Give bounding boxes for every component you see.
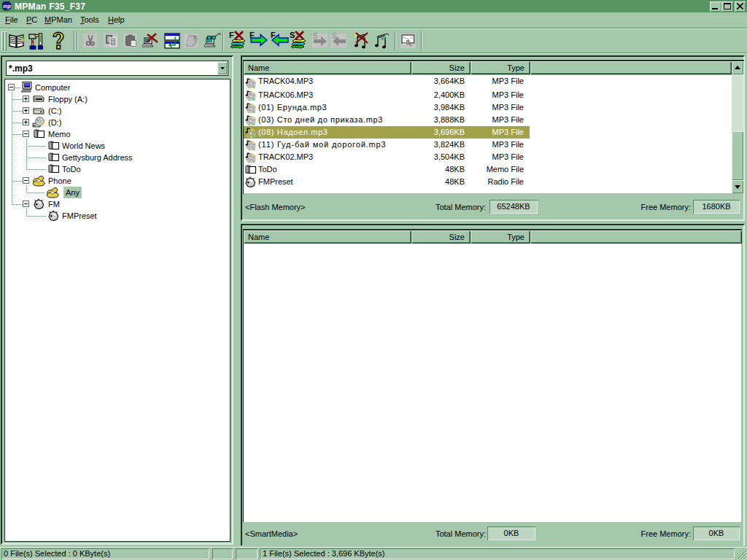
- svg-text:S: S: [290, 31, 295, 39]
- svg-text:mp: mp: [3, 4, 11, 9]
- svg-text:S: S: [313, 32, 318, 40]
- svg-text:F: F: [229, 31, 234, 39]
